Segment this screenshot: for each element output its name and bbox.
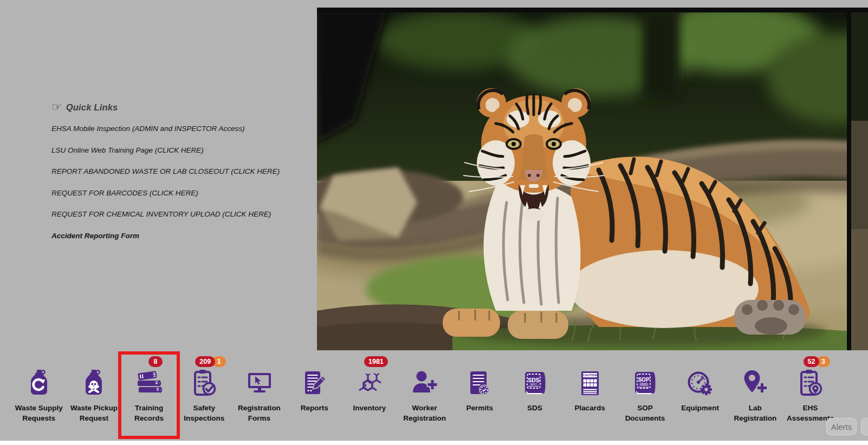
jug-refresh-icon: [24, 368, 54, 398]
map-pin-plus-icon: [740, 368, 770, 399]
monitor-cursor-icon: [244, 368, 275, 398]
molecule-icon: [354, 368, 385, 398]
toolbar-item-label: Reports: [301, 403, 328, 413]
document-seal-icon: [464, 368, 495, 399]
toolbar-item-label: SOPDocuments: [625, 403, 665, 423]
person-plus-icon: [410, 368, 440, 399]
toolbar-item-label: SDS: [527, 403, 542, 413]
quick-link-ehsa-mobile-inspection[interactable]: EHSA Mobile Inspection (ADMIN and INSPEC…: [51, 125, 306, 133]
quick-link-lsu-online-web-training[interactable]: LSU Online Web Training Page (CLICK HERE…: [51, 146, 306, 154]
toolbar-item-label: TrainingRecords: [134, 403, 164, 423]
sds-book-icon: SDS SAFETY DATA SHEET: [520, 368, 550, 399]
jug-skull-icon: [79, 368, 109, 398]
quick-link-report-abandoned-waste-or-lab-closeout[interactable]: REPORT ABANDONED WASTE OR LAB CLOSEOUT (…: [51, 167, 306, 175]
clipboard-pin-icon: [795, 368, 826, 398]
quick-links-header: ☞ Quick Links: [51, 102, 306, 113]
quick-links-section: ☞ Quick Links EHSA Mobile Inspection (AD…: [51, 102, 306, 253]
caution-icon-text: CAUTION: [583, 374, 597, 377]
sop-book-icon: SOP STANDARD OPERATING PROCEDURE: [630, 368, 660, 398]
document-pencil-icon: [299, 368, 329, 399]
badge-row: 523: [804, 356, 831, 368]
partial-overlay-button[interactable]: [861, 418, 868, 435]
sop-icon-text: SOP: [638, 377, 650, 383]
toolbar-item-lab-registration[interactable]: LabRegistration: [728, 355, 783, 436]
toolbar-item-label: Inventory: [353, 403, 386, 413]
gauge-gear-icon: [685, 368, 715, 398]
toolbar-item-label: Waste SupplyRequests: [15, 403, 63, 423]
jug-refresh-icon: [24, 368, 54, 399]
toolbar-item-permits[interactable]: Permits: [452, 355, 507, 436]
caution-placard-icon: CAUTION: [575, 368, 605, 399]
toolbar-item-sds[interactable]: SDS SAFETY DATA SHEETSDS: [507, 355, 562, 436]
quick-link-accident-reporting-form[interactable]: Accident Reporting Form: [51, 232, 306, 240]
count-badge-red: 1981: [364, 356, 388, 367]
gauge-gear-icon: [685, 368, 715, 399]
toolbar-item-label: s: [0, 403, 11, 413]
toolbar-item-registration-forms[interactable]: RegistrationForms: [232, 355, 287, 436]
molecule-icon: [354, 368, 385, 399]
ehsa-dashboard: ☞ Quick Links EHSA Mobile Inspection (AD…: [0, 0, 868, 445]
toolbar-item-waste-pickup-request[interactable]: Waste PickupRequest: [66, 355, 121, 436]
toolbar-item-inventory[interactable]: 1981 Inventory: [342, 355, 397, 436]
badge-row: 1981: [364, 356, 388, 368]
clipboard-check-icon: [189, 368, 219, 398]
toolbar-item-label: WorkerRegistration: [403, 403, 446, 423]
count-badge-red: 209: [195, 356, 215, 367]
clipboard-pin-icon: [795, 368, 826, 399]
banner-photo: [317, 8, 868, 350]
badge-row: 2091: [195, 356, 226, 368]
toolbar-item-label: Equipment: [681, 403, 719, 413]
monitor-cursor-icon: [244, 368, 275, 399]
toolbar-item-label: SafetyInspections: [184, 403, 224, 423]
badge-row: 8: [148, 356, 163, 368]
quick-links-list: EHSA Mobile Inspection (ADMIN and INSPEC…: [51, 125, 306, 240]
module-toolbar: s Waste SupplyRequests Waste PickupReque…: [0, 355, 868, 441]
toolbar-item-label: RegistrationForms: [238, 403, 281, 423]
toolbar-item-placards[interactable]: CAUTION Placards: [562, 355, 618, 436]
books-stack-icon: [134, 368, 164, 399]
clipboard-check-icon: [189, 368, 219, 399]
map-pin-plus-icon: [740, 368, 770, 398]
books-stack-icon: [134, 368, 164, 398]
svg-text:DATA SHEET: DATA SHEET: [528, 385, 540, 388]
toolbar-item-waste-supply-requests[interactable]: Waste SupplyRequests: [11, 355, 67, 436]
pointing-hand-icon: ☞: [51, 102, 62, 113]
sds-book-icon: SDS SAFETY DATA SHEET: [520, 368, 550, 398]
count-badge-red: 52: [804, 356, 820, 367]
page-bottom-strip: [0, 441, 868, 445]
sds-icon-text: SDS: [528, 377, 540, 383]
toolbar-item-reports[interactable]: Reports: [287, 355, 342, 436]
quick-link-request-for-chemical-inventory-upload[interactable]: REQUEST FOR CHEMICAL INVENTORY UPLOAD (C…: [51, 210, 306, 218]
sop-book-icon: SOP STANDARD OPERATING PROCEDURE: [630, 368, 660, 399]
svg-text:PROCEDURE: PROCEDURE: [639, 387, 649, 389]
quick-link-request-for-barcodes[interactable]: REQUEST FOR BARCODES (CLICK HERE): [51, 189, 306, 197]
quick-links-title: Quick Links: [66, 102, 118, 113]
toolbar-item-safety-inspections[interactable]: 2091 SafetyInspections: [177, 355, 232, 436]
toolbar-item-label: LabRegistration: [734, 403, 776, 423]
document-pencil-icon: [299, 368, 329, 398]
toolbar-item-sop-documents[interactable]: SOP STANDARD OPERATING PROCEDURESOPDocum…: [617, 355, 672, 436]
toolbar-item-training-records[interactable]: 8 TrainingRecords: [121, 355, 177, 436]
toolbar-item-partial-item[interactable]: s: [0, 355, 11, 436]
toolbar-item-equipment[interactable]: Equipment: [672, 355, 728, 436]
toolbar-item-label: Waste PickupRequest: [70, 403, 118, 423]
toolbar-item-worker-registration[interactable]: WorkerRegistration: [397, 355, 452, 436]
document-seal-icon: [464, 368, 495, 398]
toolbar-item-label: Placards: [575, 403, 605, 413]
person-plus-icon: [410, 368, 440, 398]
jug-skull-icon: [79, 368, 109, 399]
toolbar-item-label: Permits: [467, 403, 494, 413]
count-badge-red: 8: [148, 356, 163, 367]
tiger-photo-illustration: [317, 8, 868, 350]
alerts-button-label: Alerts: [831, 422, 852, 431]
caution-placard-icon: CAUTION: [575, 368, 605, 398]
alerts-button[interactable]: Alerts: [826, 418, 857, 435]
